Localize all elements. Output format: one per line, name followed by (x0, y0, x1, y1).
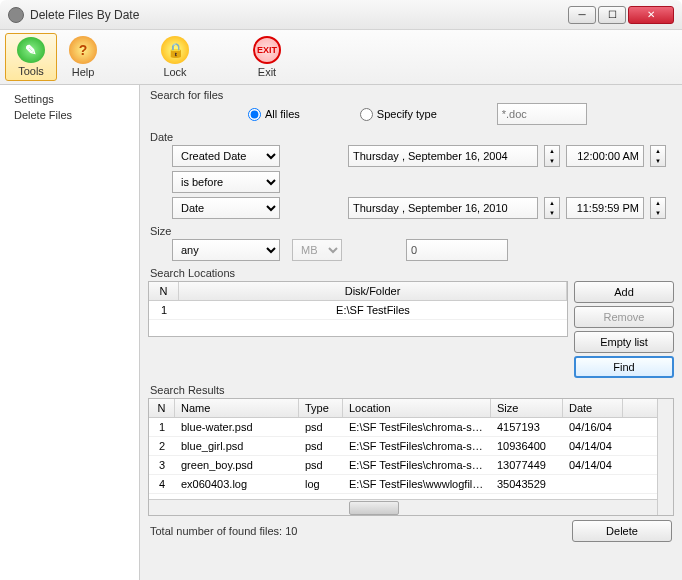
exit-button[interactable]: EXIT Exit (241, 33, 293, 81)
tools-button[interactable]: ✎ Tools (5, 33, 57, 81)
horizontal-scrollbar[interactable] (149, 499, 657, 515)
exit-icon: EXIT (253, 36, 281, 64)
file-type-input[interactable] (497, 103, 587, 125)
col-type[interactable]: Type (299, 399, 343, 417)
pencil-icon: ✎ (17, 37, 45, 63)
delete-button[interactable]: Delete (572, 520, 672, 542)
specify-type-radio[interactable]: Specify type (360, 108, 437, 121)
date1-input[interactable] (348, 145, 538, 167)
total-files-label: Total number of found files: 10 (150, 525, 564, 537)
col-date[interactable]: Date (563, 399, 623, 417)
size-op-select[interactable]: any (172, 239, 280, 261)
size-group: Size any MB (148, 225, 674, 261)
help-icon: ? (69, 36, 97, 64)
size-title: Size (148, 225, 674, 237)
table-row[interactable]: 3green_boy.psdpsdE:\SF TestFiles\chroma-… (149, 456, 673, 475)
col-disk-folder[interactable]: Disk/Folder (179, 282, 567, 300)
date-field-select[interactable]: Created Date (172, 145, 280, 167)
table-row[interactable]: 1blue-water.psdpsdE:\SF TestFiles\chroma… (149, 418, 673, 437)
help-button[interactable]: ? Help (57, 33, 109, 81)
time1-spinner[interactable]: ▲▼ (650, 145, 666, 167)
locations-table: N Disk/Folder 1E:\SF TestFiles (148, 281, 568, 337)
vertical-scrollbar[interactable] (657, 399, 673, 515)
col-n[interactable]: N (149, 399, 175, 417)
size-unit-select[interactable]: MB (292, 239, 342, 261)
app-icon (8, 7, 24, 23)
time2-input[interactable] (566, 197, 644, 219)
sidebar-item-settings[interactable]: Settings (6, 91, 133, 107)
col-n[interactable]: N (149, 282, 179, 300)
lock-button[interactable]: 🔒 Lock (149, 33, 201, 81)
date-op-select[interactable]: is before (172, 171, 280, 193)
empty-list-button[interactable]: Empty list (574, 331, 674, 353)
size-value-input[interactable] (406, 239, 508, 261)
toolbar: ✎ Tools ? Help 🔒 Lock EXIT Exit (0, 30, 682, 85)
date-group: Date Created Date ▲▼ ▲▼ is before Date (148, 131, 674, 219)
time1-input[interactable] (566, 145, 644, 167)
titlebar: Delete Files By Date ─ ☐ ✕ (0, 0, 682, 30)
maximize-button[interactable]: ☐ (598, 6, 626, 24)
date-title: Date (148, 131, 674, 143)
search-for-group: Search for files All files Specify type (148, 89, 674, 125)
date-type-select[interactable]: Date (172, 197, 280, 219)
minimize-button[interactable]: ─ (568, 6, 596, 24)
add-button[interactable]: Add (574, 281, 674, 303)
table-row[interactable]: 2blue_girl.psdpsdE:\SF TestFiles\chroma-… (149, 437, 673, 456)
sidebar: Settings Delete Files (0, 85, 140, 580)
content-panel: Search for files All files Specify type … (140, 85, 682, 580)
locations-title: Search Locations (148, 267, 674, 279)
col-size[interactable]: Size (491, 399, 563, 417)
close-button[interactable]: ✕ (628, 6, 674, 24)
results-title: Search Results (148, 384, 674, 396)
sidebar-item-delete-files[interactable]: Delete Files (6, 107, 133, 123)
all-files-radio[interactable]: All files (248, 108, 300, 121)
table-row[interactable]: 1E:\SF TestFiles (149, 301, 567, 320)
remove-button[interactable]: Remove (574, 306, 674, 328)
locations-group: Search Locations N Disk/Folder 1E:\SF Te… (148, 267, 674, 378)
results-table: N Name Type Location Size Date 1blue-wat… (148, 398, 674, 516)
time2-spinner[interactable]: ▲▼ (650, 197, 666, 219)
date2-input[interactable] (348, 197, 538, 219)
find-button[interactable]: Find (574, 356, 674, 378)
lock-icon: 🔒 (161, 36, 189, 64)
window-title: Delete Files By Date (30, 8, 568, 22)
table-row[interactable]: 4ex060403.loglogE:\SF TestFiles\wwwlogfi… (149, 475, 673, 494)
results-group: Search Results N Name Type Location Size… (148, 384, 674, 546)
date1-spinner[interactable]: ▲▼ (544, 145, 560, 167)
search-for-title: Search for files (148, 89, 674, 101)
date2-spinner[interactable]: ▲▼ (544, 197, 560, 219)
col-location[interactable]: Location (343, 399, 491, 417)
col-name[interactable]: Name (175, 399, 299, 417)
